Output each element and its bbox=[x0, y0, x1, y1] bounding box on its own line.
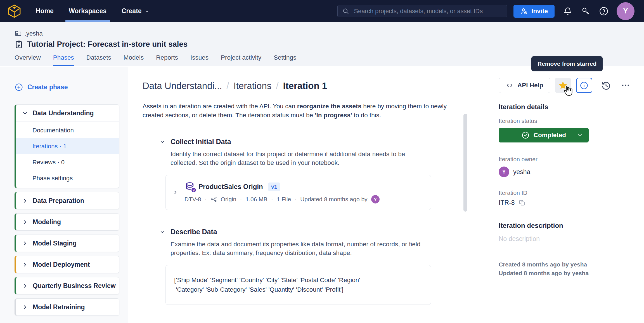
expand-chevron-icon[interactable] bbox=[173, 190, 178, 195]
asset-file-count: 1 File bbox=[277, 196, 291, 203]
nav-create-label: Create bbox=[122, 7, 142, 15]
chevron-right-icon bbox=[22, 241, 28, 246]
asset-origin: Origin bbox=[221, 196, 236, 203]
phase-header-modeling[interactable]: Modeling bbox=[16, 214, 119, 230]
updated-text: Updated 8 months ago by yesha bbox=[499, 269, 634, 277]
section-collect-initial-data: Collect Initial Data Identify the correc… bbox=[160, 138, 498, 210]
iteration-intro-text: Assets in an iteration are created with … bbox=[143, 102, 449, 120]
breadcrumb-separator: / bbox=[276, 81, 278, 91]
info-button[interactable] bbox=[576, 78, 592, 93]
nav-workspaces[interactable]: Workspaces bbox=[69, 0, 106, 22]
content-area: Create phase Data Understanding Document… bbox=[0, 67, 644, 323]
phase-header-model-deployment[interactable]: Model Deployment bbox=[16, 256, 119, 273]
iteration-audit-text: Created 8 months ago by yesha Updated 8 … bbox=[499, 260, 634, 277]
key-icon bbox=[581, 6, 590, 16]
origin-branch-icon bbox=[210, 196, 217, 203]
invite-button[interactable]: Invite bbox=[513, 5, 555, 18]
question-circle-icon bbox=[599, 6, 609, 16]
section-description: Examine the data and document its proper… bbox=[171, 240, 426, 257]
asset-id: DTV-8 bbox=[184, 196, 201, 203]
iteration-status-dropdown[interactable]: Completed bbox=[499, 128, 589, 142]
more-actions-button[interactable] bbox=[621, 81, 630, 90]
chevron-down-icon bbox=[577, 132, 583, 138]
phase-header-model-retraining[interactable]: Model Retraining bbox=[16, 299, 119, 315]
create-phase-button[interactable]: Create phase bbox=[15, 83, 119, 92]
copy-icon[interactable] bbox=[518, 199, 526, 207]
asset-name[interactable]: ProductSales Origin bbox=[198, 183, 263, 191]
remove-from-starred-tooltip: Remove from starred bbox=[531, 56, 603, 71]
api-help-button[interactable]: API Help bbox=[499, 78, 550, 93]
asset-meta-row: DTV-8 · Origin · 1.06 MB · 1 File · Upda… bbox=[184, 195, 380, 203]
api-keys-button[interactable] bbox=[581, 6, 590, 16]
workspace-breadcrumb[interactable]: .yesha bbox=[15, 30, 644, 37]
section-header[interactable]: Collect Initial Data bbox=[160, 138, 498, 146]
chevron-right-icon bbox=[22, 219, 28, 225]
iteration-status-label: Iteration status bbox=[499, 118, 634, 124]
phase-header-data-preparation[interactable]: Data Preparation bbox=[16, 192, 119, 209]
ellipsis-icon bbox=[621, 81, 630, 90]
section-describe-data: Describe Data Examine the data and docum… bbox=[160, 228, 498, 305]
caret-down-icon bbox=[145, 9, 150, 14]
workspace-folder-icon bbox=[15, 30, 22, 37]
phase-card-data-preparation: Data Preparation bbox=[15, 192, 119, 209]
iteration-details-panel: API Help Iteration details Iteration sta… bbox=[498, 67, 644, 323]
tab-reports[interactable]: Reports bbox=[156, 54, 178, 66]
chevron-right-icon bbox=[22, 198, 28, 203]
meta-separator: · bbox=[295, 196, 297, 203]
intro-bold-in-progress: 'In progress' bbox=[315, 112, 352, 119]
sidebar-item-phase-settings[interactable]: Phase settings bbox=[16, 170, 119, 186]
phase-subitems: Documentation Iterations · 1 Reviews · 0… bbox=[16, 121, 119, 188]
chevron-right-icon bbox=[22, 283, 28, 289]
asset-title-row: v ProductSales Origin v1 bbox=[184, 181, 380, 192]
chevron-right-icon bbox=[22, 262, 28, 267]
phase-title: Quarterly Business Review bbox=[33, 282, 116, 290]
clipboard-icon bbox=[15, 40, 23, 49]
create-phase-label: Create phase bbox=[27, 83, 68, 91]
breadcrumb-iterations[interactable]: Iterations bbox=[234, 81, 272, 91]
sidebar-item-documentation[interactable]: Documentation bbox=[16, 122, 119, 138]
search-input[interactable] bbox=[337, 5, 507, 17]
phase-header-data-understanding[interactable]: Data Understanding bbox=[16, 105, 119, 121]
sidebar-item-reviews[interactable]: Reviews · 0 bbox=[16, 154, 119, 170]
section-description: Identify the correct dataset for this pr… bbox=[171, 150, 426, 167]
tab-phases[interactable]: Phases bbox=[53, 54, 74, 66]
meta-separator: · bbox=[240, 196, 242, 203]
section-header[interactable]: Describe Data bbox=[160, 228, 498, 236]
phase-card-model-staging: Model Staging bbox=[15, 235, 119, 252]
nav-home-label: Home bbox=[36, 7, 54, 15]
dataset-asset-card[interactable]: v ProductSales Origin v1 DTV-8 · Origin bbox=[165, 175, 431, 210]
history-button[interactable] bbox=[601, 80, 611, 91]
tab-issues[interactable]: Issues bbox=[190, 54, 209, 66]
app-logo-icon[interactable] bbox=[7, 4, 21, 18]
chevron-down-icon bbox=[22, 111, 28, 116]
phase-header-quarterly-business-review[interactable]: Quarterly Business Review bbox=[16, 277, 119, 294]
tab-project-activity[interactable]: Project activity bbox=[221, 54, 261, 66]
owner-name: yesha bbox=[513, 168, 530, 176]
phases-sidebar: Create phase Data Understanding Document… bbox=[0, 67, 128, 323]
chevron-down-icon[interactable] bbox=[160, 230, 165, 235]
help-button[interactable] bbox=[599, 6, 609, 16]
phase-card-model-retraining: Model Retraining bbox=[15, 298, 119, 316]
nav-home[interactable]: Home bbox=[36, 0, 54, 22]
phase-title: Data Understanding bbox=[33, 109, 94, 117]
mouse-cursor-pointer bbox=[562, 85, 574, 96]
sidebar-item-iterations[interactable]: Iterations · 1 bbox=[16, 138, 119, 154]
invite-label: Invite bbox=[531, 8, 548, 15]
data-columns-code-block: ['Ship Mode' 'Segment' 'Country' 'City' … bbox=[165, 265, 431, 305]
tab-settings[interactable]: Settings bbox=[274, 54, 296, 66]
owner-avatar: Y bbox=[499, 167, 509, 177]
phase-title: Model Deployment bbox=[33, 261, 90, 268]
chevron-down-icon[interactable] bbox=[160, 139, 165, 144]
iteration-owner-row: Y yesha bbox=[499, 167, 634, 177]
nav-create[interactable]: Create bbox=[122, 0, 150, 22]
iteration-id-value: ITR-8 bbox=[499, 199, 515, 207]
tab-datasets[interactable]: Datasets bbox=[86, 54, 111, 66]
notifications-button[interactable] bbox=[563, 6, 572, 16]
phase-title: Modeling bbox=[33, 218, 61, 226]
tab-overview[interactable]: Overview bbox=[15, 54, 41, 66]
main-scrollbar-thumb[interactable] bbox=[463, 114, 467, 212]
phase-header-model-staging[interactable]: Model Staging bbox=[16, 235, 119, 252]
user-avatar[interactable]: Y bbox=[617, 2, 634, 20]
breadcrumb-phase[interactable]: Data Understandi... bbox=[143, 81, 222, 91]
tab-models[interactable]: Models bbox=[124, 54, 144, 66]
